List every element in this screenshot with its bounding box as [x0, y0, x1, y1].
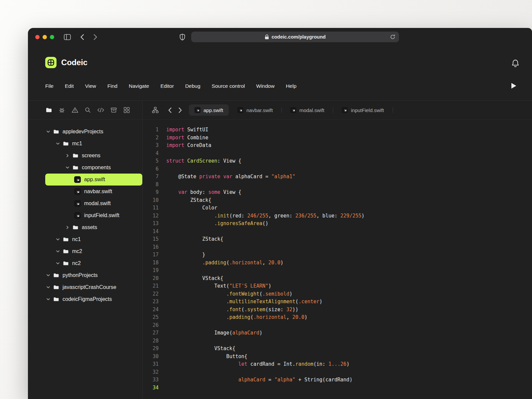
tree-folder-codeicfigmaprojects[interactable]: codeicFigmaProjects	[45, 293, 142, 305]
bug-icon[interactable]	[58, 106, 66, 114]
minimize-window-button[interactable]	[43, 35, 47, 39]
code-line[interactable]: 27 Image(alphaCard)	[143, 329, 532, 337]
menu-item-window[interactable]: Window	[256, 83, 275, 89]
code-line[interactable]: 10 ZStack{	[143, 197, 532, 204]
code-line[interactable]: 21 Text("LET'S LEARN")	[143, 282, 532, 290]
code-line[interactable]: 7 @State private var alphaCard = "alpha1…	[143, 173, 532, 181]
code-line[interactable]: 24 .font(.system(size: 32))	[143, 306, 532, 314]
menu-item-edit[interactable]: Edit	[65, 83, 74, 89]
menu-item-file[interactable]: File	[45, 83, 54, 89]
notifications-bell-icon[interactable]	[511, 59, 520, 68]
extensions-icon[interactable]	[123, 106, 130, 114]
code-line[interactable]: 23 .multilineTextAlignment(.center)	[143, 298, 532, 306]
menu-item-source-control[interactable]: Source control	[212, 83, 245, 89]
archive-icon[interactable]	[110, 106, 117, 114]
tab-forward-icon[interactable]	[177, 106, 184, 114]
menu-item-navigate[interactable]: Navigate	[129, 83, 149, 89]
code-icon[interactable]	[97, 106, 104, 114]
brand: Codeic	[45, 57, 87, 68]
close-window-button[interactable]	[35, 35, 40, 39]
code-line[interactable]: 5struct CardScreen: View {	[143, 157, 532, 165]
privacy-shield-icon[interactable]	[178, 33, 186, 41]
tree-folder-assets[interactable]: assets	[45, 221, 142, 233]
browser-forward-icon[interactable]	[91, 33, 99, 41]
code-line[interactable]: 16	[143, 243, 532, 251]
chevron-down-icon[interactable]	[55, 248, 61, 254]
code-line[interactable]: 8	[143, 181, 532, 189]
chevron-right-icon[interactable]	[65, 153, 70, 159]
code-line[interactable]: 13 .ignoresSafeArea()	[143, 220, 532, 228]
code-line[interactable]: 17 }	[143, 251, 532, 259]
sidebar-toggle-icon[interactable]	[63, 33, 71, 41]
menu-item-find[interactable]: Find	[107, 83, 117, 89]
code-line[interactable]: 4	[143, 150, 532, 158]
tree-folder-nc1[interactable]: nc1	[45, 233, 142, 245]
url-bar[interactable]: codeic.com/playground	[191, 32, 399, 42]
tab-back-icon[interactable]	[166, 106, 174, 114]
chevron-down-icon[interactable]	[55, 236, 61, 242]
code-line-content: Image(alphaCard)	[166, 329, 262, 337]
reload-icon[interactable]	[389, 34, 396, 40]
tree-folder-mc1[interactable]: mc1	[45, 138, 142, 150]
files-icon[interactable]	[45, 106, 53, 114]
line-number: 15	[143, 235, 159, 243]
warning-icon[interactable]	[71, 106, 78, 114]
tree-folder-screens[interactable]: screens	[45, 150, 142, 162]
code-line[interactable]: 3import CoreData	[143, 142, 532, 150]
zoom-window-button[interactable]	[50, 35, 54, 39]
chevron-down-icon[interactable]	[55, 260, 61, 266]
code-line[interactable]: 30 Button{	[143, 353, 532, 361]
code-line[interactable]: 19	[143, 267, 532, 275]
code-line[interactable]: 2import Combine	[143, 134, 532, 142]
code-line[interactable]: 6	[143, 165, 532, 173]
code-line[interactable]: 28	[143, 337, 532, 345]
code-line[interactable]: 12 .init(red: 246/255, green: 236/255, b…	[143, 212, 532, 220]
chevron-down-icon[interactable]	[45, 129, 51, 135]
browser-back-icon[interactable]	[78, 33, 86, 41]
run-play-icon[interactable]	[511, 82, 518, 90]
code-line[interactable]: 31 let cardRand = Int.random(in: 1...26)	[143, 360, 532, 368]
chevron-down-icon[interactable]	[55, 141, 61, 147]
chevron-down-icon[interactable]	[45, 296, 51, 302]
menu-item-debug[interactable]: Debug	[185, 83, 200, 89]
code-line[interactable]: 9 var body: some View {	[143, 189, 532, 197]
code-line[interactable]: 22 .fontWeight(.semibold)	[143, 290, 532, 298]
tree-folder-pythonprojects[interactable]: pythonProjects	[45, 269, 142, 281]
tree-folder-javascriptcrashcourse[interactable]: javascriptCrashCourse	[45, 281, 142, 293]
hierarchy-icon[interactable]	[152, 106, 159, 114]
code-line[interactable]: 32	[143, 368, 532, 376]
tab-inputfield-swift[interactable]: inputField.swift	[333, 104, 392, 116]
menu-item-help[interactable]: Help	[286, 83, 297, 89]
menu-item-editor[interactable]: Editor	[160, 83, 174, 89]
code-area[interactable]: 1import SwiftUI2import Combine3import Co…	[143, 120, 532, 399]
tree-file-app-swift[interactable]: app.swift	[45, 174, 142, 186]
code-line[interactable]: 15 ZStack{	[143, 235, 532, 243]
search-icon[interactable]	[84, 106, 91, 114]
tree-folder-components[interactable]: components	[45, 162, 142, 174]
code-line-content: .multilineTextAlignment(.center)	[166, 298, 323, 306]
tree-folder-nc2[interactable]: nc2	[45, 257, 142, 269]
chevron-down-icon[interactable]	[45, 284, 51, 290]
menu-item-view[interactable]: View	[85, 83, 96, 89]
code-line[interactable]: 20 VStack{	[143, 275, 532, 283]
code-line[interactable]: 29 VStack{	[143, 345, 532, 353]
chevron-right-icon[interactable]	[65, 224, 70, 230]
tab-navbar-swift[interactable]: navbar.swift	[229, 104, 281, 116]
code-line[interactable]: 11 Color	[143, 204, 532, 212]
code-line[interactable]: 14	[143, 228, 532, 236]
chevron-down-icon[interactable]	[45, 272, 51, 278]
code-line[interactable]: 26	[143, 322, 532, 330]
tree-file-modal-swift[interactable]: modal.swift	[45, 198, 142, 209]
tab-modal-swift[interactable]: modal.swift	[282, 104, 333, 116]
tree-folder-mc2[interactable]: mc2	[45, 245, 142, 257]
code-line[interactable]: 1import SwiftUI	[143, 126, 532, 134]
tree-folder-appledevprojects[interactable]: appledevProjects	[45, 126, 142, 138]
chevron-down-icon[interactable]	[65, 165, 70, 171]
code-line[interactable]: 18 .padding(.horizontal, 20.0)	[143, 259, 532, 267]
code-line[interactable]: 33 alphaCard = "alpha" + String(cardRand…	[143, 376, 532, 384]
tree-file-navbar-swift[interactable]: navbar.swift	[45, 186, 142, 198]
code-line[interactable]: 34	[143, 384, 532, 392]
tab-app-swift[interactable]: app.swift	[189, 104, 229, 116]
tree-file-inputfield-swift[interactable]: inputField.swift	[45, 209, 142, 221]
code-line[interactable]: 25 .padding(.horizontal, 20.0)	[143, 314, 532, 322]
